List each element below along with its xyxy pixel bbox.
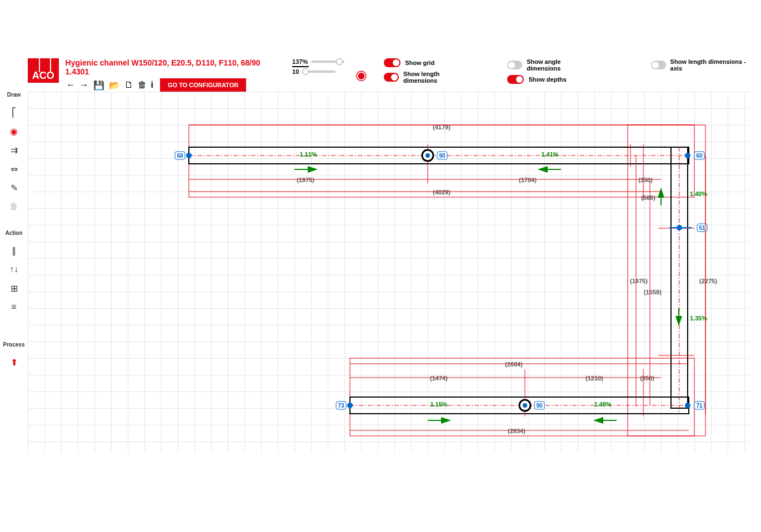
svg-text:90: 90 [439, 153, 445, 159]
drawing-svg-wrap: 68 90 60 51 73 90 71 (4179) (1975) (1704… [28, 92, 750, 453]
logo: ACO [28, 58, 59, 83]
depth-60: 60 [694, 152, 704, 159]
tool-arrows-both[interactable]: ⇔ [7, 162, 21, 175]
toggle-show-angle-dims[interactable] [507, 61, 522, 69]
svg-text:(566): (566) [641, 194, 655, 201]
toggle-show-depths[interactable] [507, 75, 524, 84]
toggle-group-3: Show length dimensions - axis [651, 58, 750, 72]
eye-icon[interactable]: ◉ [356, 67, 367, 83]
depth-68: 68 [175, 152, 185, 159]
drawing-canvas[interactable]: 68 90 60 51 73 90 71 (4179) (1975) (1704… [28, 92, 750, 453]
tool-polyline[interactable]: ⎡ [7, 106, 21, 119]
delete-icon[interactable]: 🗑 [137, 79, 148, 91]
svg-point-20 [685, 153, 690, 158]
svg-point-19 [425, 153, 430, 158]
tool-point[interactable]: ◉ [7, 124, 21, 138]
tool-arrows-h[interactable]: ⇉ [7, 143, 21, 157]
svg-text:1.48%: 1.48% [594, 401, 611, 408]
new-icon[interactable]: 🗋 [123, 79, 134, 91]
toggle-group-2: Show angle dimensions Show depths [507, 58, 588, 84]
back-icon[interactable]: ← [66, 79, 77, 91]
svg-text:1.40%: 1.40% [690, 190, 707, 197]
depth-73: 73 [336, 401, 346, 409]
svg-text:68: 68 [177, 153, 183, 159]
tool-upload[interactable]: ⬆ [7, 355, 21, 369]
tool-sliders[interactable]: ≡ [7, 300, 21, 314]
goto-configurator-button[interactable]: GO TO CONFIGURATOR [160, 78, 246, 92]
label-show-depths: Show depths [528, 76, 566, 83]
zoom-percent: 137% [292, 58, 308, 65]
topbar: ACO Hygienic channel W150/120, E20.5, D1… [0, 58, 761, 92]
svg-point-25 [685, 403, 690, 408]
step-slider[interactable] [302, 71, 336, 73]
zoom-slider[interactable] [311, 61, 344, 63]
svg-point-24 [523, 403, 527, 408]
svg-point-22 [347, 403, 353, 408]
svg-text:(4029): (4029) [433, 189, 450, 195]
svg-text:51: 51 [699, 225, 705, 231]
svg-text:90: 90 [536, 403, 543, 409]
title-area: Hygienic channel W150/120, E20.5, D110, … [66, 58, 264, 92]
svg-text:1.35%: 1.35% [690, 315, 707, 322]
svg-text:(350): (350) [638, 177, 653, 183]
depth-90-top: 90 [437, 152, 447, 159]
product-title: Hygienic channel W150/120, E20.5, D110, … [66, 58, 264, 76]
svg-text:(1210): (1210) [585, 375, 603, 382]
svg-text:(1975): (1975) [297, 177, 314, 183]
tool-pause[interactable]: ∥ [7, 244, 21, 257]
action-header: Action [5, 230, 22, 236]
svg-text:(2684): (2684) [505, 361, 523, 368]
svg-text:(1059): (1059) [644, 289, 662, 295]
label-show-angle-dims: Show angle dimensions [527, 58, 589, 72]
file-actions: ← → 💾 📂 🗋 🗑 i [66, 79, 154, 92]
svg-text:(350): (350) [640, 375, 654, 382]
svg-text:1.11%: 1.11% [299, 151, 317, 158]
draw-header: Draw [7, 92, 21, 98]
tool-grid[interactable]: ⊞ [7, 282, 21, 295]
depth-90-bot: 90 [534, 401, 544, 409]
label-show-length-axis: Show length dimensions - axis [670, 58, 750, 72]
tool-pencil[interactable]: ✎ [7, 181, 21, 194]
forward-icon[interactable]: → [79, 79, 90, 91]
toggle-show-grid[interactable] [384, 58, 400, 67]
app-root: ACO Hygienic channel W150/120, E20.5, D1… [0, 0, 761, 532]
svg-text:(1474): (1474) [430, 375, 448, 382]
svg-text:60: 60 [696, 153, 703, 159]
svg-rect-0 [189, 125, 694, 197]
svg-text:73: 73 [338, 403, 344, 409]
toggle-group-1: Show grid Show length dimensions [384, 58, 467, 84]
svg-point-21 [677, 225, 682, 230]
label-show-grid: Show grid [405, 59, 434, 66]
svg-text:1.15%: 1.15% [430, 401, 447, 408]
label-show-length-dims: Show length dimensions [403, 71, 467, 84]
tool-updown[interactable]: ↑↓ [7, 263, 21, 276]
svg-text:(1975): (1975) [630, 278, 648, 284]
info-icon[interactable]: i [150, 79, 154, 91]
svg-text:1.41%: 1.41% [541, 151, 558, 158]
zoom-controls: 137% 10 [292, 58, 344, 75]
svg-point-17 [186, 153, 192, 158]
svg-text:71: 71 [696, 403, 703, 409]
left-toolbar: Draw ⎡ ◉ ⇉ ⇔ ✎ 🗑 Action ∥ ↑↓ ⊞ ≡ Process… [6, 92, 22, 369]
svg-text:(2834): (2834) [508, 428, 525, 434]
open-icon[interactable]: 📂 [108, 79, 121, 92]
depth-71: 71 [694, 401, 704, 409]
toggle-show-length-dims[interactable] [384, 73, 399, 82]
svg-text:(1704): (1704) [519, 177, 537, 183]
process-header: Process [3, 342, 25, 348]
toggle-show-length-axis[interactable] [651, 61, 666, 69]
grid-step: 10 [292, 68, 299, 75]
svg-text:(2275): (2275) [699, 278, 717, 284]
save-icon[interactable]: 💾 [92, 79, 106, 92]
tool-trash[interactable]: 🗑 [7, 200, 21, 213]
